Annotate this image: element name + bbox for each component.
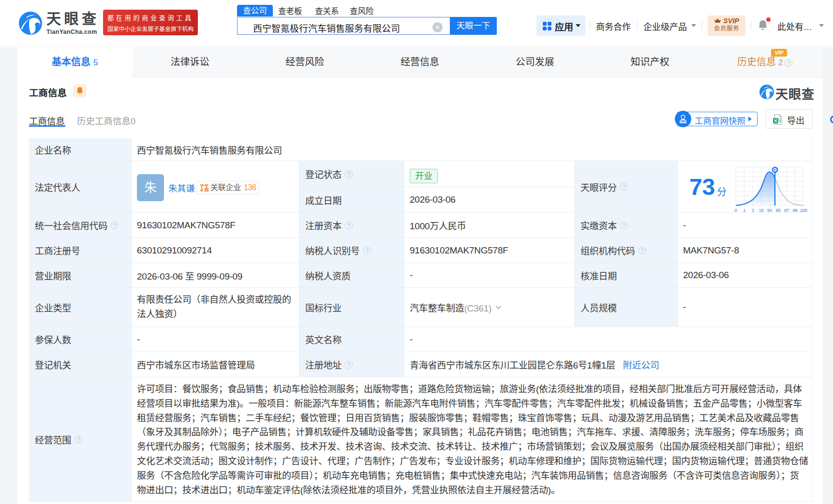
svg-text:85: 85 [775, 208, 780, 213]
svg-text:15: 15 [759, 208, 763, 213]
svg-text:3: 3 [751, 208, 754, 213]
svg-text:1: 1 [743, 208, 745, 213]
svg-text:97: 97 [784, 208, 789, 213]
svg-text:0: 0 [734, 208, 737, 213]
svg-text:100: 100 [800, 208, 807, 213]
svg-text:50: 50 [767, 208, 772, 213]
svg-text:99: 99 [792, 208, 797, 213]
svg-text:企: 企 [205, 188, 208, 192]
